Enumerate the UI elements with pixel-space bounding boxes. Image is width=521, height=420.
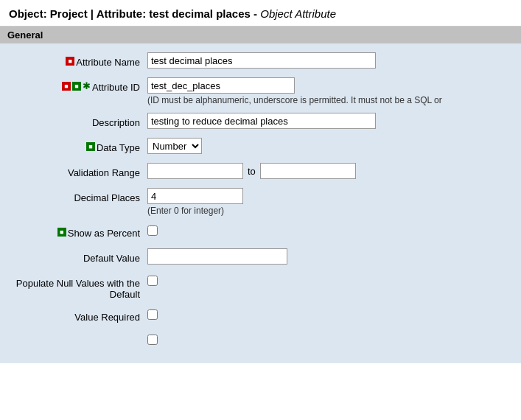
validation-range-max[interactable]: [260, 163, 356, 179]
decimal-places-row: Decimal Places (Enter 0 for integer): [0, 186, 521, 216]
value-required-checkbox[interactable]: [147, 309, 158, 320]
value-required-row: Value Required: [0, 306, 521, 325]
data-type-row: ■ Data Type Number Text Date Boolean: [0, 136, 521, 155]
decimal-places-label: Decimal Places: [0, 186, 147, 203]
description-input[interactable]: [147, 113, 376, 129]
star-icon: ✱: [83, 80, 91, 91]
show-percent-icon: ■: [57, 228, 66, 237]
data-type-label: ■ Data Type: [0, 136, 147, 153]
general-form: ■ Attribute Name ■ ■ ✱ Attribute ID (ID …: [0, 43, 521, 363]
attribute-name-row: ■ Attribute Name: [0, 51, 521, 70]
data-type-icon: ■: [86, 142, 95, 151]
decimal-places-hint: (Enter 0 for integer): [147, 206, 521, 216]
show-as-percent-checkbox[interactable]: [147, 225, 158, 236]
attribute-id-label: ■ ■ ✱ Attribute ID: [0, 76, 147, 93]
validation-range-min[interactable]: [147, 163, 243, 179]
section-general-header: General: [0, 27, 521, 43]
validation-range-to: to: [248, 166, 256, 177]
show-as-percent-row: ■ Show as Percent: [0, 222, 521, 241]
extra-row: [0, 331, 521, 350]
data-type-select[interactable]: Number Text Date Boolean: [147, 138, 202, 154]
required-icon: ■: [66, 57, 74, 66]
default-value-row: Default Value: [0, 247, 521, 266]
required-icon-2: ■: [62, 82, 71, 91]
description-label: Description: [0, 111, 147, 128]
populate-null-checkbox[interactable]: [147, 276, 158, 286]
validation-range-row: Validation Range to: [0, 161, 521, 181]
attribute-id-hint: (ID must be alphanumeric, underscore is …: [147, 95, 521, 105]
default-value-input[interactable]: [147, 248, 287, 265]
decimal-places-input[interactable]: [147, 188, 243, 204]
page-title: Object: Project | Attribute: test decima…: [0, 0, 521, 27]
description-row: Description: [0, 111, 521, 130]
edit-icon: ■: [72, 82, 81, 91]
attribute-name-input[interactable]: [147, 52, 376, 69]
default-value-label: Default Value: [0, 247, 147, 264]
value-required-label: Value Required: [0, 306, 147, 323]
show-as-percent-label: ■ Show as Percent: [0, 222, 147, 239]
populate-null-label: Populate Null Values with the Default: [0, 272, 147, 300]
validation-range-label: Validation Range: [0, 161, 147, 178]
attribute-id-row: ■ ■ ✱ Attribute ID (ID must be alphanume…: [0, 76, 521, 105]
populate-null-row: Populate Null Values with the Default: [0, 272, 521, 300]
attribute-name-label: ■ Attribute Name: [0, 51, 147, 68]
attribute-id-input[interactable]: [147, 77, 295, 94]
extra-checkbox[interactable]: [147, 335, 158, 345]
